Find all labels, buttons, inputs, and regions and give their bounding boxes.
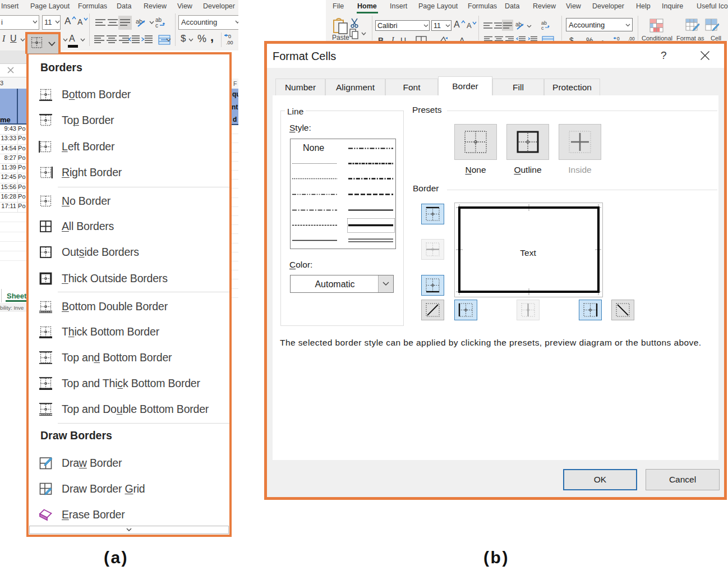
- svg-text:.00: .00: [628, 36, 635, 41]
- svg-text:0: 0: [228, 34, 231, 39]
- svg-text:c: c: [541, 25, 544, 30]
- svg-text:.00: .00: [226, 40, 233, 45]
- svg-text:c: c: [155, 22, 158, 28]
- svg-text:0: 0: [617, 36, 620, 41]
